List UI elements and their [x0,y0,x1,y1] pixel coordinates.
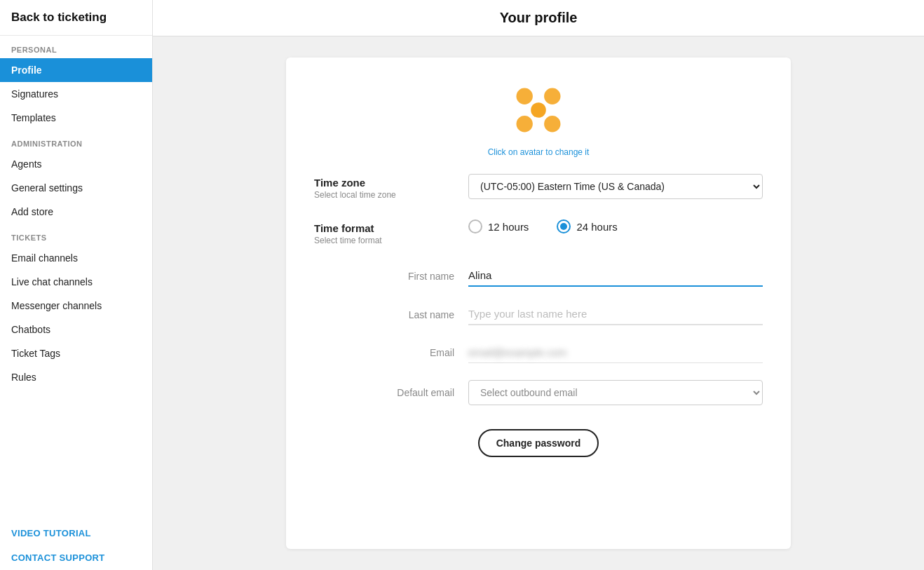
avatar-area: Click on avatar to change it [488,79,590,157]
sidebar-item-signatures[interactable]: Signatures [0,82,152,106]
first-name-label: First name [314,271,468,282]
sidebar-item-add-store[interactable]: Add store [0,200,152,224]
change-password-button[interactable]: Change password [478,429,599,457]
timezone-row: Time zone Select local time zone (UTC-05… [314,174,763,200]
sidebar: Back to ticketing PERSONAL Profile Signa… [0,0,153,570]
radio-circle-24h [557,219,571,233]
timezone-field: (UTC-05:00) Eastern Time (US & Canada) [468,174,763,199]
last-name-input[interactable] [468,304,763,325]
email-row: Email email@example.com [314,342,763,363]
default-email-select[interactable]: Select outbound email [468,380,763,405]
svg-point-3 [517,116,533,132]
time-format-row: Time format Select time format 12 hours … [314,219,763,245]
page-title: Your profile [153,0,924,36]
svg-point-4 [544,116,560,132]
time-format-label-group: Time format Select time format [314,219,468,245]
sidebar-item-chatbots[interactable]: Chatbots [0,318,152,341]
sidebar-item-templates[interactable]: Templates [0,106,152,130]
radio-circle-12h [468,219,482,233]
sidebar-item-messenger-channels[interactable]: Messenger channels [0,294,152,318]
profile-card: Click on avatar to change it Time zone S… [286,57,791,549]
radio-label-24h: 24 hours [576,221,617,233]
timezone-select[interactable]: (UTC-05:00) Eastern Time (US & Canada) [468,174,763,199]
first-name-row: First name [314,265,763,287]
svg-point-2 [544,88,560,104]
section-label-personal: PERSONAL [0,36,152,58]
section-label-administration: ADMINISTRATION [0,130,152,152]
radio-label-12h: 12 hours [488,221,529,233]
main-area: Your profile [153,0,924,570]
timezone-sublabel: Select local time zone [314,190,468,200]
sidebar-item-ticket-tags[interactable]: Ticket Tags [0,341,152,365]
change-password-area: Change password [314,422,763,457]
sidebar-item-rules[interactable]: Rules [0,365,152,389]
radio-group: 12 hours 24 hours [468,219,618,233]
svg-point-0 [531,102,546,118]
avatar-caption[interactable]: Click on avatar to change it [488,147,590,157]
sidebar-item-general-settings[interactable]: General settings [0,176,152,200]
time-format-label: Time format [314,222,468,234]
radio-12h[interactable]: 12 hours [468,219,529,233]
main-content: Click on avatar to change it Time zone S… [153,36,924,570]
last-name-label: Last name [314,309,468,320]
form-section: Time zone Select local time zone (UTC-05… [314,174,763,457]
svg-point-1 [517,88,533,104]
avatar[interactable] [507,79,570,142]
first-name-input[interactable] [468,265,763,287]
sidebar-item-email-channels[interactable]: Email channels [0,246,152,270]
last-name-row: Last name [314,304,763,325]
email-value: email@example.com [468,342,763,363]
timezone-label: Time zone [314,177,468,189]
email-label: Email [314,347,468,358]
sidebar-item-agents[interactable]: Agents [0,152,152,176]
contact-support-link[interactable]: CONTACT SUPPORT [0,545,152,570]
timezone-label-group: Time zone Select local time zone [314,174,468,200]
sidebar-item-profile[interactable]: Profile [0,58,152,82]
default-email-row: Default email Select outbound email [314,380,763,405]
section-label-tickets: TICKETS [0,224,152,246]
time-format-field: 12 hours 24 hours [468,219,763,233]
back-to-ticketing[interactable]: Back to ticketing [0,0,152,36]
default-email-label: Default email [314,387,468,398]
sidebar-item-live-chat-channels[interactable]: Live chat channels [0,270,152,294]
radio-24h[interactable]: 24 hours [557,219,617,233]
time-format-sublabel: Select time format [314,236,468,245]
video-tutorial-link[interactable]: VIDEO TUTORIAL [0,521,152,545]
